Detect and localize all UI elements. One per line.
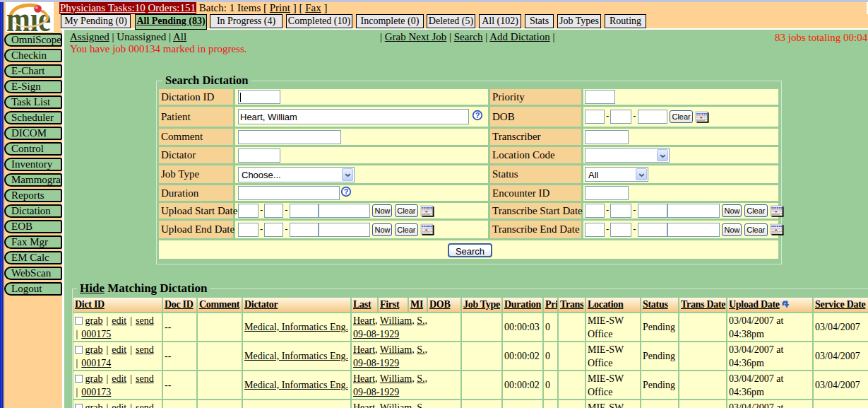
svg-text:?: ? (475, 111, 480, 120)
svg-text:?: ? (344, 187, 349, 196)
